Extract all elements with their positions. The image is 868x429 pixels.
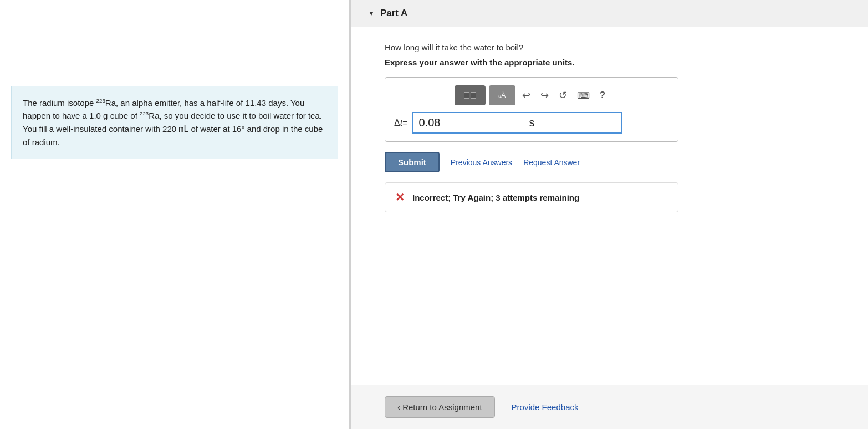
help-icon: ? <box>600 90 605 101</box>
help-btn[interactable]: ? <box>596 85 609 105</box>
math-palette-btn[interactable] <box>455 85 486 105</box>
question-text: How long will it take the water to boil? <box>385 43 835 52</box>
return-to-assignment-button[interactable]: ‹ Return to Assignment <box>385 396 495 418</box>
keyboard-icon: ⌨ <box>577 90 590 101</box>
provide-feedback-link[interactable]: Provide Feedback <box>512 402 579 412</box>
answer-value-input[interactable] <box>412 112 523 134</box>
unit-btn-label: ᵤÅ <box>498 91 506 99</box>
submit-row: Submit Previous Answers Request Answer <box>385 152 835 172</box>
submit-button[interactable]: Submit <box>385 152 440 172</box>
math-toolbar: ᵤÅ ↩ ↪ ↺ ⌨ ? <box>394 85 669 105</box>
incorrect-message: Incorrect; Try Again; 3 attempts remaini… <box>412 193 579 202</box>
previous-answers-button[interactable]: Previous Answers <box>451 158 512 167</box>
reset-btn[interactable]: ↺ <box>555 85 570 105</box>
incorrect-box: ✕ Incorrect; Try Again; 3 attempts remai… <box>385 182 678 212</box>
request-answer-button[interactable]: Request Answer <box>523 158 580 167</box>
part-a-title: Part A <box>380 8 407 19</box>
problem-box: The radium isotope 223Ra, an alpha emitt… <box>11 86 338 159</box>
left-panel: The radium isotope 223Ra, an alpha emitt… <box>0 0 349 429</box>
answer-unit-input[interactable] <box>523 112 622 134</box>
part-a-header: ▼ Part A <box>351 0 868 27</box>
redo-icon: ↪ <box>540 89 549 101</box>
collapse-arrow-icon[interactable]: ▼ <box>368 9 375 17</box>
unit-btn[interactable]: ᵤÅ <box>489 85 515 105</box>
x-icon: ✕ <box>395 191 405 204</box>
express-instruction: Express your answer with the appropriate… <box>385 58 835 67</box>
bottom-bar: ‹ Return to Assignment Provide Feedback <box>351 385 868 429</box>
redo-btn[interactable]: ↪ <box>537 85 552 105</box>
undo-icon: ↩ <box>522 89 530 101</box>
input-row: Δt = <box>394 112 669 134</box>
answer-container: ᵤÅ ↩ ↪ ↺ ⌨ ? Δt = <box>385 77 678 142</box>
delta-t-label: Δt = <box>394 112 412 134</box>
right-panel: ▼ Part A How long will it take the water… <box>351 0 868 429</box>
problem-text: The radium isotope 223Ra, an alpha emitt… <box>23 98 323 147</box>
undo-btn[interactable]: ↩ <box>519 85 534 105</box>
part-a-content: How long will it take the water to boil?… <box>351 27 868 385</box>
reset-icon: ↺ <box>559 89 567 101</box>
keyboard-btn[interactable]: ⌨ <box>574 85 593 105</box>
